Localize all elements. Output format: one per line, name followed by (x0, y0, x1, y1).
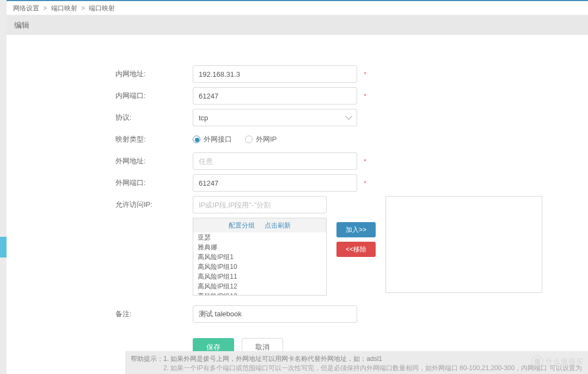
footer-help-line1: 1. 如果外网是拨号上网，外网地址可以用网卡名称代替外网地址，如：adsl1 (163, 355, 382, 363)
wan-port-label: 外网端口: (115, 174, 193, 192)
allow-ip-label: 允许访问IP: (115, 196, 193, 213)
wan-addr-label: 外网地址: (115, 152, 193, 170)
required-mark: * (364, 157, 366, 165)
footer-help: 帮助提示：1. 如果外网是拨号上网，外网地址可以用网卡名称代替外网地址，如：ad… (125, 351, 588, 374)
ip-group-box: 配置分组 点击刷新 亚瑟 雅典娜 高风险IP组1 高风险IP组10 高风险IP组… (193, 218, 327, 296)
list-item[interactable]: 高风险IP组10 (193, 262, 326, 272)
map-type-wan-ip[interactable]: 外网IP (245, 134, 277, 144)
refresh-group-link[interactable]: 点击刷新 (265, 221, 291, 230)
list-item[interactable]: 高风险IP组13 (193, 291, 326, 295)
radio-unchecked-icon (245, 136, 253, 143)
remark-label: 备注: (115, 305, 193, 323)
allow-ip-input[interactable] (193, 196, 327, 213)
ip-group-list[interactable]: 亚瑟 雅典娜 高风险IP组1 高风险IP组10 高风险IP组11 高风险IP组1… (193, 232, 326, 295)
watermark-text: 什么值得买 (546, 357, 584, 366)
radio-label: 外网IP (256, 134, 277, 144)
list-item[interactable]: 亚瑟 (193, 232, 326, 242)
lan-addr-label: 内网地址: (115, 65, 193, 83)
list-item[interactable]: 高风险IP组11 (193, 272, 326, 281)
sidebar-strip (0, 0, 7, 374)
selected-ip-list[interactable] (385, 196, 542, 293)
breadcrumb: 网络设置 > 端口映射 > 端口映射 (7, 1, 588, 15)
footer-help-label: 帮助提示： (131, 355, 163, 363)
list-item[interactable]: 高风险IP组12 (193, 281, 326, 291)
list-item[interactable]: 高风险IP组1 (193, 252, 326, 262)
wan-addr-input[interactable] (193, 152, 357, 170)
watermark-icon: 值 (531, 355, 543, 367)
breadcrumb-sep: > (81, 4, 85, 12)
lan-port-input[interactable] (193, 87, 357, 105)
footer-help-line2: 2. 如果一个IP有多个端口或范围端口可以一次性写完，但是必须保持内外网端口数量… (131, 364, 582, 374)
required-mark: * (364, 70, 366, 78)
remark-input[interactable] (193, 305, 357, 323)
breadcrumb-sep: > (43, 4, 47, 12)
form-area: 内网地址: * 内网端口: * 协议: 映射类型: 外网接口 (7, 35, 588, 374)
lan-addr-input[interactable] (193, 65, 357, 83)
add-ip-button[interactable]: 加入>> (336, 222, 376, 237)
list-item[interactable]: 雅典娜 (193, 242, 326, 252)
watermark: 值 什么值得买 (531, 355, 584, 367)
page-title: 编辑 (7, 15, 588, 35)
radio-label: 外网接口 (204, 134, 232, 144)
required-mark: * (364, 92, 366, 100)
breadcrumb-p1[interactable]: 网络设置 (13, 4, 39, 12)
remove-ip-button[interactable]: <<移除 (336, 242, 376, 257)
radio-checked-icon (193, 136, 200, 143)
lan-port-label: 内网端口: (115, 87, 193, 105)
wan-port-input[interactable] (193, 174, 357, 192)
required-mark: * (364, 179, 366, 187)
breadcrumb-p2[interactable]: 端口映射 (51, 4, 77, 12)
ip-group-header: 配置分组 点击刷新 (193, 218, 326, 232)
sidebar-active-indicator (0, 237, 7, 257)
map-type-wan-interface[interactable]: 外网接口 (193, 134, 232, 144)
config-group-link[interactable]: 配置分组 (229, 221, 255, 230)
proto-select[interactable] (193, 109, 357, 126)
map-type-label: 映射类型: (115, 131, 193, 148)
breadcrumb-p3: 端口映射 (89, 4, 115, 12)
proto-label: 协议: (115, 109, 193, 126)
